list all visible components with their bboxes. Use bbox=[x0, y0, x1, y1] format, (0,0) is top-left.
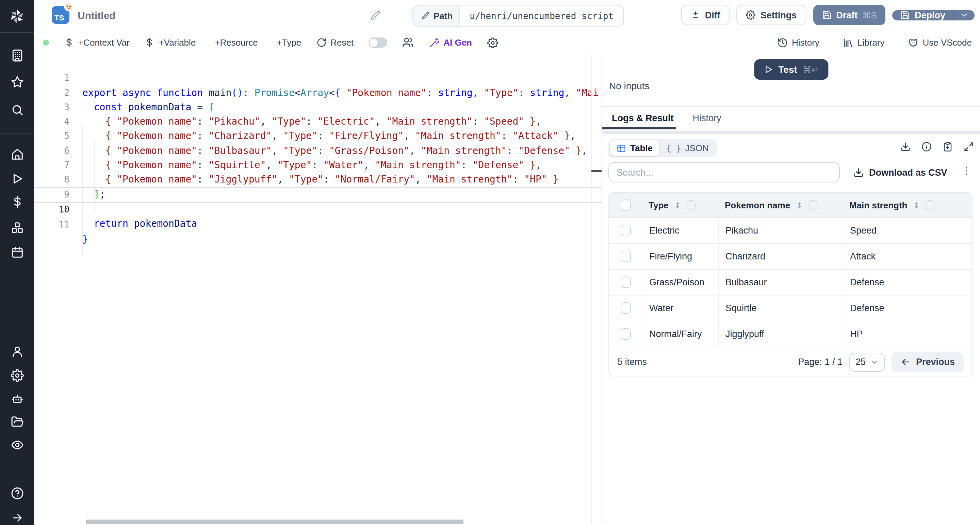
maximize-icon[interactable] bbox=[964, 142, 974, 152]
row-checkbox[interactable] bbox=[620, 276, 630, 288]
toolbar-type-button[interactable]: +Type bbox=[273, 37, 301, 48]
sidebar-play-icon[interactable] bbox=[0, 170, 34, 187]
code-line-5: 5 { "Pokemon name": "Bulbasaur", "Type":… bbox=[34, 114, 601, 129]
table-cell: HP bbox=[843, 321, 972, 346]
row-checkbox[interactable] bbox=[620, 302, 630, 314]
table-search-input[interactable]: Search... bbox=[608, 162, 840, 182]
view-toggle-table[interactable]: Table bbox=[610, 140, 659, 156]
ai-gen-button[interactable]: AI Gen bbox=[428, 37, 472, 48]
sidebar-divider bbox=[0, 134, 34, 134]
tab-history[interactable]: History bbox=[683, 107, 731, 129]
sidebar-bot-icon[interactable] bbox=[0, 390, 34, 407]
column-pin-toggle[interactable] bbox=[808, 200, 817, 210]
toolbar-reset-button[interactable]: Reset bbox=[316, 37, 353, 48]
editor-settings-button[interactable] bbox=[487, 37, 498, 48]
sidebar-arrowRight-icon[interactable] bbox=[0, 509, 34, 525]
active-tab-underline bbox=[602, 127, 676, 129]
items-count: 5 items bbox=[617, 357, 647, 367]
code-line-2: 2 const pokemonData = [ bbox=[34, 71, 601, 86]
toolbar-variable-button[interactable]: +Variable bbox=[145, 37, 196, 48]
draft-shortcut: ⌘S bbox=[862, 10, 877, 20]
cat-icon bbox=[907, 37, 918, 48]
table-row[interactable]: WaterSquirtleDefense bbox=[609, 295, 972, 321]
clipboard-icon[interactable] bbox=[943, 142, 953, 152]
sidebar-eye-icon[interactable] bbox=[0, 436, 34, 453]
assistant-toggle[interactable] bbox=[369, 37, 387, 48]
column-pin-toggle[interactable] bbox=[687, 200, 696, 210]
sidebar-help-icon[interactable] bbox=[0, 485, 34, 501]
sidebar-calendar-icon[interactable] bbox=[0, 244, 34, 260]
toolbar-library-button[interactable]: Library bbox=[843, 37, 885, 48]
sidebar-building-icon[interactable] bbox=[0, 47, 34, 63]
sidebar-user-icon[interactable] bbox=[0, 343, 34, 359]
sidebar bbox=[0, 0, 34, 525]
column-header-pokemon-name[interactable]: Pokemon name bbox=[718, 193, 843, 217]
table-cell: Speed bbox=[843, 218, 972, 243]
sidebar-star-icon[interactable] bbox=[0, 73, 34, 90]
table-footer: 5 items Page: 1 / 1 25 Previous bbox=[609, 347, 972, 377]
sidebar-dollar-icon[interactable] bbox=[0, 193, 34, 210]
sort-icon[interactable] bbox=[795, 201, 804, 209]
table-row[interactable]: Normal/FairyJigglypuffHP bbox=[609, 321, 972, 347]
table-cell: Defense bbox=[843, 270, 972, 295]
search-placeholder: Search... bbox=[617, 167, 653, 177]
table-row[interactable]: Grass/PoisonBulbasaurDefense bbox=[609, 270, 972, 295]
sidebar-boxes-icon[interactable] bbox=[0, 219, 34, 236]
sidebar-home-icon[interactable] bbox=[0, 146, 34, 162]
deploy-dropdown-button[interactable] bbox=[953, 10, 975, 20]
column-pin-toggle[interactable] bbox=[926, 200, 934, 210]
diff-button[interactable]: Diff bbox=[681, 5, 730, 25]
sidebar-search-icon[interactable] bbox=[0, 101, 34, 118]
column-header-type[interactable]: Type bbox=[642, 193, 718, 217]
previous-page-button[interactable]: Previous bbox=[891, 352, 964, 372]
users-icon bbox=[402, 37, 414, 48]
code-line-6: 6 { "Pokemon name": "Squirtle", "Type": … bbox=[34, 129, 601, 144]
run-result-panel: Test ⌘↵ No inputs Logs & Result History … bbox=[601, 54, 980, 525]
multiplayer-button[interactable] bbox=[402, 37, 414, 48]
toolbar-use-vscode-button[interactable]: Use VScode bbox=[907, 37, 972, 48]
code-editor[interactable]: 1 export async function main(): Promise<… bbox=[34, 54, 601, 525]
table-cell: Defense bbox=[843, 295, 972, 321]
settings-button[interactable]: Settings bbox=[737, 5, 807, 25]
deploy-button[interactable]: Deploy bbox=[892, 10, 953, 20]
panel-resizer[interactable] bbox=[602, 131, 980, 134]
download-icon bbox=[853, 167, 864, 177]
sidebar-gear-icon[interactable] bbox=[0, 367, 34, 383]
windmill-logo[interactable] bbox=[8, 8, 26, 25]
table-cell: Normal/Fairy bbox=[642, 321, 718, 346]
edit-title-pencil-icon[interactable] bbox=[370, 10, 380, 21]
more-options-kebab[interactable] bbox=[961, 166, 972, 176]
horizontal-scrollbar[interactable] bbox=[86, 520, 463, 524]
tab-logs-result[interactable]: Logs & Result bbox=[602, 107, 683, 129]
sidebar-folder-icon[interactable] bbox=[0, 413, 34, 430]
code-line-3: 3 { "Pokemon name": "Pikachu", "Type": "… bbox=[34, 85, 601, 100]
sort-icon[interactable] bbox=[912, 201, 921, 209]
test-button[interactable]: Test ⌘↵ bbox=[754, 59, 828, 80]
path-label: Path bbox=[434, 11, 453, 21]
app-window: TS Untitled Path u/henri/unencumbered_sc… bbox=[0, 0, 980, 525]
select-all-checkbox[interactable] bbox=[620, 199, 630, 211]
table-cell: Grass/Poison bbox=[642, 270, 718, 295]
code-line-4: 4 { "Pokemon name": "Charizard", "Type":… bbox=[34, 100, 601, 115]
toolbar-resource-button[interactable]: +Resource bbox=[211, 37, 258, 48]
download-csv-button[interactable]: Download as CSV bbox=[853, 163, 947, 181]
row-checkbox[interactable] bbox=[620, 225, 630, 236]
row-checkbox[interactable] bbox=[620, 328, 630, 340]
test-shortcut: ⌘↵ bbox=[803, 64, 819, 75]
info-icon[interactable] bbox=[921, 142, 932, 152]
row-checkbox[interactable] bbox=[620, 251, 630, 262]
save-icon bbox=[822, 10, 831, 20]
table-row[interactable]: Fire/FlyingCharizardAttack bbox=[609, 244, 972, 270]
draft-button[interactable]: Draft ⌘S bbox=[813, 5, 885, 25]
page-size-select[interactable]: 25 bbox=[850, 353, 885, 372]
toolbar-history-button[interactable]: History bbox=[777, 37, 819, 48]
view-toggle-json[interactable]: { } JSON bbox=[659, 140, 716, 156]
sort-icon[interactable] bbox=[673, 201, 682, 209]
column-header-main-strength[interactable]: Main strength bbox=[843, 193, 972, 217]
table-row[interactable]: ElectricPikachuSpeed bbox=[609, 218, 972, 244]
script-language-badge[interactable]: TS bbox=[52, 6, 70, 24]
path-field[interactable]: Path u/henri/unencumbered_script bbox=[412, 5, 624, 27]
play-icon bbox=[763, 65, 773, 74]
toolbar-contextvar-button[interactable]: +Context Var bbox=[64, 37, 130, 48]
download-icon[interactable] bbox=[900, 142, 911, 152]
